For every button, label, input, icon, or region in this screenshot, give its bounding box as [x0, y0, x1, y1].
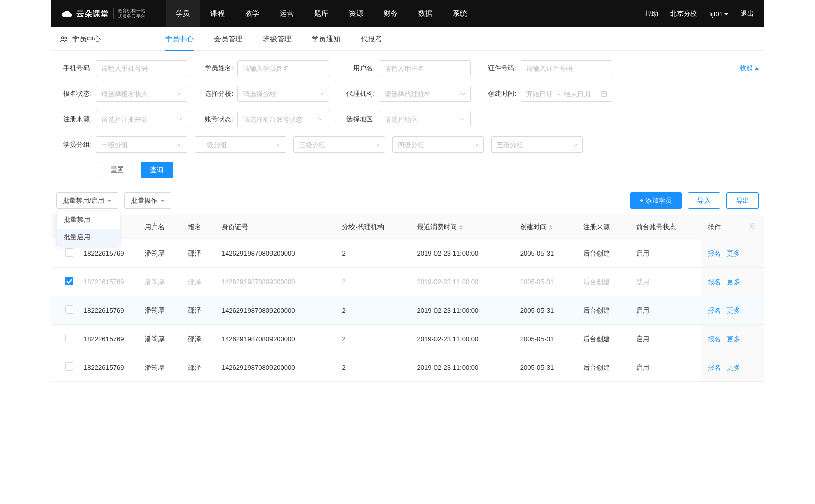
chevron-down-icon: [107, 200, 112, 202]
cell-acc: 启用: [631, 325, 703, 353]
nav-resources[interactable]: 资源: [339, 0, 373, 27]
input-phone[interactable]: [96, 60, 187, 76]
svg-point-0: [62, 36, 64, 39]
col-lasttime[interactable]: 最近消费时间: [412, 215, 515, 239]
input-username[interactable]: [379, 60, 471, 76]
cell-signup: 邵泽: [183, 296, 216, 325]
nav-system[interactable]: 系统: [443, 0, 477, 27]
cell-acc: 启用: [631, 296, 703, 325]
cell-idcard: 14262919870809200000: [216, 268, 337, 296]
action-signup[interactable]: 报名: [708, 278, 721, 286]
branch-link[interactable]: 北京分校: [670, 9, 697, 18]
nav-teaching[interactable]: 教学: [235, 0, 269, 27]
cell-username: 潘筠厚: [140, 325, 183, 353]
cell-source: 后台创建: [578, 296, 631, 325]
nav-data[interactable]: 数据: [408, 0, 443, 27]
cell-acc: 禁用: [631, 268, 703, 296]
row-checkbox[interactable]: [65, 334, 73, 342]
tab-member-mgmt[interactable]: 会员管理: [214, 27, 242, 51]
bulk-toggle-dropdown[interactable]: 批量禁用/启用: [56, 192, 118, 209]
select-agency[interactable]: [379, 86, 471, 102]
nav-finance[interactable]: 财务: [373, 0, 408, 27]
table-row: 18222615769潘筠厚邵泽142629198708092000002201…: [51, 296, 764, 325]
select-signup[interactable]: [96, 86, 187, 102]
bulk-enable-item[interactable]: 批量启用: [57, 229, 120, 246]
search-button[interactable]: 查询: [141, 162, 173, 178]
cell-ctime: 2005-05-31: [515, 239, 578, 268]
top-right: 帮助 北京分校 lijt01 退出: [645, 9, 754, 18]
cell-username: 潘筠厚: [140, 353, 183, 382]
table-header-row: 用户名 报名 身份证号 分校-代理机构 最近消费时间 创建时间 注册来源 前台账…: [51, 215, 764, 239]
nav-students[interactable]: 学员: [166, 0, 200, 27]
caret-down-icon: [724, 13, 728, 15]
tab-notify[interactable]: 学员通知: [312, 27, 340, 51]
row-checkbox[interactable]: [65, 277, 73, 285]
select-source[interactable]: [96, 111, 187, 127]
nav-courses[interactable]: 课程: [200, 0, 235, 27]
toolbar: 批量禁用/启用 批量禁用 批量启用 批量操作 + 添加学员 导入 导出: [51, 192, 764, 209]
select-accstatus[interactable]: [237, 111, 329, 127]
export-button[interactable]: 导出: [726, 192, 759, 209]
cell-username: 潘筠厚: [140, 239, 183, 268]
row-checkbox[interactable]: [65, 305, 73, 314]
logo: 云朵课堂 教育机构一站 式服务云平台: [61, 8, 145, 19]
tab-class-mgmt[interactable]: 班级管理: [263, 27, 291, 51]
cell-idcard: 14262919870809200000: [216, 353, 337, 382]
select-region[interactable]: [379, 111, 471, 127]
input-name[interactable]: [237, 60, 329, 76]
row-checkbox[interactable]: [65, 362, 73, 371]
action-more[interactable]: 更多: [727, 363, 740, 371]
action-more[interactable]: 更多: [727, 278, 740, 286]
col-signup: 报名: [183, 215, 216, 239]
reset-button[interactable]: 重置: [101, 162, 133, 178]
cell-signup: 邵泽: [183, 239, 216, 268]
logout-link[interactable]: 退出: [741, 9, 754, 18]
select-g2[interactable]: [195, 136, 286, 153]
action-signup[interactable]: 报名: [708, 249, 721, 257]
tab-proxy-apply[interactable]: 代报考: [361, 27, 382, 51]
collapse-button[interactable]: 收起: [740, 64, 759, 73]
user-menu[interactable]: lijt01: [709, 10, 728, 18]
gear-icon[interactable]: [749, 222, 756, 230]
cell-signup: 邵泽: [183, 268, 216, 296]
label-username: 用户名:: [339, 64, 375, 73]
select-g5[interactable]: [491, 136, 583, 153]
subnav: 学员中心 学员中心 会员管理 班级管理 学员通知 代报考: [51, 27, 764, 51]
cell-phone: 18222615769: [78, 296, 140, 325]
action-more[interactable]: 更多: [727, 306, 740, 314]
action-more[interactable]: 更多: [727, 249, 740, 257]
label-region: 选择地区:: [339, 115, 375, 124]
nav-qbank[interactable]: 题库: [304, 0, 339, 27]
row-checkbox[interactable]: [65, 248, 73, 257]
cell-source: 后台创建: [578, 325, 631, 353]
import-button[interactable]: 导入: [688, 192, 720, 209]
select-g4[interactable]: [392, 136, 484, 153]
table-row: 18222615769潘筠厚邵泽142629198708092000002201…: [51, 239, 764, 268]
select-branch[interactable]: [237, 86, 329, 102]
filter-panel: 手机号码: 学员姓名: 用户名: 证件号码: 收起 报名状态: 选择分校: 代理…: [51, 51, 764, 178]
action-more[interactable]: 更多: [727, 335, 740, 343]
select-g1[interactable]: [96, 136, 187, 153]
bulk-disable-item[interactable]: 批量禁用: [57, 211, 120, 229]
help-link[interactable]: 帮助: [645, 9, 658, 18]
table-row: 18222615769潘筠厚邵泽142629198708092000002201…: [51, 325, 764, 353]
svg-rect-2: [601, 92, 607, 96]
action-signup[interactable]: 报名: [708, 363, 721, 371]
tab-student-center[interactable]: 学员中心: [165, 27, 194, 51]
action-signup[interactable]: 报名: [708, 335, 721, 343]
input-daterange[interactable]: [521, 86, 612, 102]
svg-point-1: [65, 37, 67, 39]
select-g3[interactable]: [293, 136, 385, 153]
cell-lasttime: 2019-02-23 11:00:00: [412, 325, 515, 353]
col-ctime[interactable]: 创建时间: [515, 215, 578, 239]
nav-ops[interactable]: 运营: [269, 0, 304, 27]
bulk-ops-dropdown[interactable]: 批量操作: [124, 192, 171, 209]
cell-source: 后台创建: [578, 239, 631, 268]
label-idnum: 证件号码:: [481, 64, 517, 73]
cell-idcard: 14262919870809200000: [216, 239, 337, 268]
brand-sub: 教育机构一站 式服务云平台: [113, 8, 145, 19]
input-idnum[interactable]: [521, 60, 612, 76]
label-accstatus: 账号状态:: [198, 115, 233, 124]
add-student-button[interactable]: + 添加学员: [630, 192, 682, 209]
action-signup[interactable]: 报名: [708, 306, 721, 314]
